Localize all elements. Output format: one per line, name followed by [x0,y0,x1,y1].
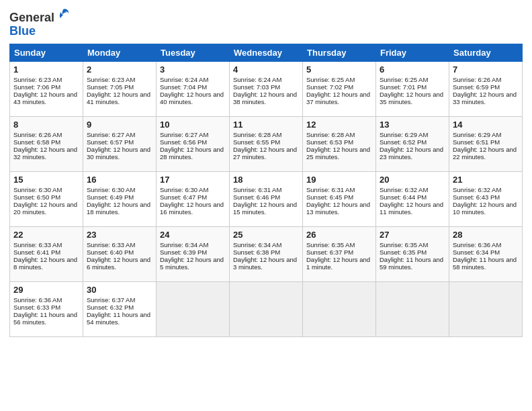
calendar-cell: 25Sunrise: 6:34 AMSunset: 6:38 PMDayligh… [230,226,303,281]
sunset: Sunset: 6:58 PM [13,138,60,146]
calendar-table: SundayMondayTuesdayWednesdayThursdayFrid… [9,44,523,337]
daylight: Daylight: 12 hours and 8 minutes. [13,256,77,271]
day-number: 16 [87,175,152,185]
sunset: Sunset: 6:45 PM [306,193,353,201]
weekday-header: Monday [83,44,157,61]
sunset: Sunset: 6:46 PM [233,193,280,201]
calendar-cell: 13Sunrise: 6:29 AMSunset: 6:52 PMDayligh… [376,116,449,171]
daylight: Daylight: 12 hours and 3 minutes. [233,256,297,271]
daylight: Daylight: 12 hours and 40 minutes. [160,91,224,105]
day-number: 21 [453,175,519,185]
sunrise: Sunrise: 6:26 AM [13,131,62,138]
daylight: Daylight: 12 hours and 33 minutes. [453,91,517,105]
calendar-cell: 16Sunrise: 6:30 AMSunset: 6:49 PMDayligh… [83,171,157,226]
calendar-cell: 24Sunrise: 6:34 AMSunset: 6:39 PMDayligh… [157,226,230,281]
sunrise: Sunrise: 6:31 AM [233,186,281,193]
day-number: 18 [233,175,299,185]
day-number: 4 [233,64,299,75]
sunset: Sunset: 6:59 PM [453,83,500,91]
day-number: 29 [13,285,79,295]
daylight: Daylight: 12 hours and 30 minutes. [87,146,150,161]
calendar-cell: 3Sunrise: 6:24 AMSunset: 7:04 PMDaylight… [157,61,230,116]
day-number: 5 [306,64,372,75]
sunrise: Sunrise: 6:24 AM [160,76,208,83]
daylight: Daylight: 12 hours and 11 minutes. [380,201,443,216]
day-number: 15 [13,175,79,185]
calendar-cell: 8Sunrise: 6:26 AMSunset: 6:58 PMDaylight… [10,116,83,171]
day-number: 20 [380,175,445,185]
sunset: Sunset: 6:52 PM [380,138,427,146]
sunset: Sunset: 6:51 PM [453,138,500,146]
sunrise: Sunrise: 6:32 AM [453,186,501,193]
sunset: Sunset: 7:05 PM [87,83,134,91]
daylight: Daylight: 12 hours and 13 minutes. [306,201,370,216]
sunrise: Sunrise: 6:25 AM [380,76,428,83]
weekday-header: Saturday [449,44,523,61]
day-number: 13 [380,120,445,130]
daylight: Daylight: 12 hours and 10 minutes. [453,201,517,216]
daylight: Daylight: 12 hours and 27 minutes. [233,146,297,161]
logo-bird-icon [56,7,71,21]
daylight: Daylight: 12 hours and 28 minutes. [160,146,224,161]
calendar-cell: 30Sunrise: 6:37 AMSunset: 6:32 PMDayligh… [83,281,157,336]
day-number: 28 [453,230,519,240]
sunset: Sunset: 6:44 PM [380,193,427,201]
sunrise: Sunrise: 6:28 AM [233,131,281,138]
sunset: Sunset: 6:33 PM [13,304,60,311]
daylight: Daylight: 11 hours and 54 minutes. [87,311,150,326]
day-number: 25 [233,230,299,240]
daylight: Daylight: 12 hours and 25 minutes. [306,146,370,161]
daylight: Daylight: 12 hours and 43 minutes. [13,91,77,105]
sunrise: Sunrise: 6:27 AM [160,131,208,138]
sunset: Sunset: 6:47 PM [160,193,207,201]
calendar-cell [449,281,523,336]
sunrise: Sunrise: 6:36 AM [453,241,501,248]
day-number: 23 [87,230,152,240]
day-number: 9 [87,120,152,130]
sunset: Sunset: 6:56 PM [160,138,207,146]
daylight: Daylight: 12 hours and 32 minutes. [13,146,77,161]
sunset: Sunset: 6:38 PM [233,248,280,256]
calendar-cell: 28Sunrise: 6:36 AMSunset: 6:34 PMDayligh… [449,226,523,281]
sunrise: Sunrise: 6:23 AM [13,76,62,83]
sunset: Sunset: 6:35 PM [380,248,427,256]
calendar-cell: 19Sunrise: 6:31 AMSunset: 6:45 PMDayligh… [303,171,376,226]
logo-text: General Blue [9,7,71,38]
sunrise: Sunrise: 6:24 AM [233,76,281,83]
daylight: Daylight: 12 hours and 35 minutes. [380,91,443,105]
logo: General Blue [9,7,71,38]
calendar-cell: 2Sunrise: 6:23 AMSunset: 7:05 PMDaylight… [83,61,157,116]
sunrise: Sunrise: 6:25 AM [306,76,355,83]
sunset: Sunset: 6:57 PM [87,138,134,146]
daylight: Daylight: 12 hours and 16 minutes. [160,201,224,216]
day-number: 27 [380,230,445,240]
sunrise: Sunrise: 6:34 AM [160,241,208,248]
sunset: Sunset: 6:39 PM [160,248,207,256]
daylight: Daylight: 12 hours and 1 minute. [306,256,370,271]
calendar-cell: 18Sunrise: 6:31 AMSunset: 6:46 PMDayligh… [230,171,303,226]
sunrise: Sunrise: 6:28 AM [306,131,355,138]
weekday-header: Wednesday [230,44,303,61]
day-number: 10 [160,120,226,130]
sunset: Sunset: 7:03 PM [233,83,280,91]
day-number: 19 [306,175,372,185]
day-number: 6 [380,64,445,75]
sunset: Sunset: 6:49 PM [87,193,134,201]
daylight: Daylight: 12 hours and 37 minutes. [306,91,370,105]
sunset: Sunset: 6:32 PM [87,304,134,311]
sunrise: Sunrise: 6:30 AM [87,186,135,193]
sunset: Sunset: 6:41 PM [13,248,60,256]
sunrise: Sunrise: 6:32 AM [380,186,428,193]
day-number: 14 [453,120,519,130]
sunset: Sunset: 6:53 PM [306,138,353,146]
daylight: Daylight: 12 hours and 20 minutes. [13,201,77,216]
daylight: Daylight: 12 hours and 38 minutes. [233,91,297,105]
header: General Blue [9,7,523,38]
sunrise: Sunrise: 6:35 AM [306,241,355,248]
day-number: 17 [160,175,226,185]
day-number: 24 [160,230,226,240]
calendar-cell: 12Sunrise: 6:28 AMSunset: 6:53 PMDayligh… [303,116,376,171]
daylight: Daylight: 11 hours and 56 minutes. [13,311,77,326]
calendar-cell: 1Sunrise: 6:23 AMSunset: 7:06 PMDaylight… [10,61,83,116]
daylight: Daylight: 11 hours and 58 minutes. [453,256,517,271]
